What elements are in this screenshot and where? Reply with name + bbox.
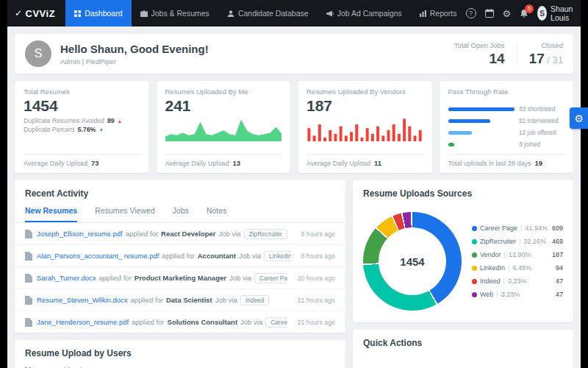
- via-text: Job via: [240, 318, 262, 326]
- user-menu[interactable]: S Shaun Louis ▾: [537, 4, 581, 22]
- closed-jobs-value: 17 / 31: [529, 51, 563, 67]
- source-badge: Career Page: [265, 317, 287, 328]
- pass-through-bars: 33 shortlisted 21 interviewed 12 job off…: [448, 101, 565, 152]
- resume-file-link[interactable]: Resume_Steven_Wilkin.docx: [37, 296, 128, 304]
- uploads-area-sparkline: [165, 116, 282, 141]
- tab-new-resumes[interactable]: New Resumes: [25, 206, 77, 222]
- bar-label: 3 joined: [519, 141, 564, 148]
- nav-label: Job Ad Campaigns: [337, 9, 402, 18]
- panel-title: Recent Activity: [15, 188, 345, 206]
- welcome-avatar: S: [25, 40, 51, 67]
- source-badge: Indeed: [240, 295, 269, 305]
- pass-through-rate-card: Pass Through Rate 33 shortlisted 21 inte…: [440, 81, 574, 173]
- nav-label: Candidate Database: [238, 9, 309, 18]
- nav-label: Jobs & Resumes: [151, 9, 209, 18]
- tab-resumes-viewed[interactable]: Resumes Viewed: [95, 206, 155, 222]
- nav-item-candidate-database[interactable]: Candidate Database: [218, 0, 318, 26]
- resume-uploads-sources-panel: Resume Uploads Sources 1454 Career Page: [353, 180, 573, 322]
- gear-icon: ⚙: [503, 8, 512, 19]
- navbar-right: ? ⚙ 5 S Shaun Louis ▾: [466, 0, 581, 26]
- activity-time: 8 hours ago: [295, 230, 335, 238]
- activity-text: Joseph_Ellison_resume.pdf applied for Re…: [37, 229, 291, 239]
- panel-title: Quick Actions: [353, 338, 573, 355]
- activity-time: 8 hours ago: [295, 252, 335, 260]
- open-jobs-value: 14: [454, 51, 505, 67]
- resume-file-link[interactable]: Joseph_Ellison_resume.pdf: [37, 230, 123, 238]
- nav-label: Reports: [430, 9, 457, 18]
- top-navbar: ✓ CVViZ Dashboard Jobs & Resumes Candida…: [7, 0, 581, 26]
- closed-total: / 31: [545, 54, 563, 66]
- welcome-card: S Hello Shaun, Good Evening! Admin | Pie…: [15, 34, 573, 74]
- legend-name: Indeed: [480, 277, 501, 285]
- job-name: Data Scientist: [166, 296, 212, 304]
- divider: [517, 43, 517, 65]
- resume-file-link[interactable]: Sarah_Turner.docx: [37, 274, 96, 282]
- panel-title: Resume Uploads Sources: [353, 188, 573, 206]
- nav-item-dashboard[interactable]: Dashboard: [65, 0, 131, 26]
- tab-notes[interactable]: Notes: [207, 206, 226, 222]
- footer-value: 73: [91, 159, 99, 167]
- dashboard-grid-icon: [74, 10, 81, 17]
- legend-percent: 12.90%: [509, 251, 531, 258]
- source-badge: ZipRecruiter: [244, 229, 287, 239]
- legend-separator: |: [508, 264, 509, 272]
- nav-label: Dashboard: [85, 9, 122, 18]
- closed-jobs-label: Closed: [529, 41, 563, 49]
- card-footer: Total uploads in last 28 days 19: [448, 154, 565, 167]
- job-name: Product Marketing Manager: [135, 274, 226, 282]
- welcome-text: Hello Shaun, Good Evening! Admin | PiedP…: [60, 43, 209, 66]
- footer-label: Average Daily Upload: [306, 160, 370, 167]
- donut-hole: 1454: [379, 227, 446, 295]
- total-resumes-value: 1454: [24, 97, 140, 115]
- row-value: 89: [107, 117, 115, 124]
- help-button[interactable]: ?: [466, 8, 476, 18]
- greeting-text: Hello Shaun, Good Evening!: [60, 43, 209, 55]
- activity-row: Jane_Henderson_resume.pdf applied for So…: [15, 311, 345, 333]
- legend-percent: 3.23%: [508, 277, 527, 285]
- applied-text: applied for: [126, 230, 158, 238]
- bar: [448, 131, 473, 135]
- activity-row: Sarah_Turner.docx applied for Product Ma…: [15, 267, 345, 289]
- legend-dot: [472, 279, 477, 284]
- settings-button[interactable]: ⚙: [503, 8, 512, 19]
- notifications-button[interactable]: 5: [520, 9, 528, 18]
- nav-item-job-ad-campaigns[interactable]: Job Ad Campaigns: [318, 0, 411, 26]
- footer-value: 13: [232, 159, 240, 167]
- legend-value: 47: [556, 291, 563, 298]
- legend-row-career-page: Career Page | 41.94% 609: [472, 224, 563, 232]
- footer-label: Average Daily Upload: [165, 160, 229, 167]
- via-text: Job via: [215, 296, 237, 304]
- card-title: Total Resumes: [24, 88, 140, 96]
- resume-upload-by-users-panel: Resume Upload by Users Users Vendors: [15, 340, 345, 368]
- uploads-donut-wrap: 1454: [363, 212, 462, 311]
- nav-item-jobs-resumes[interactable]: Jobs & Resumes: [132, 0, 218, 26]
- ptr-row-shortlisted: 33 shortlisted: [448, 105, 565, 113]
- activity-text: Alan_Parsons_accountant_ resume.pdf appl…: [37, 251, 291, 261]
- bar-chart-icon: [420, 10, 426, 17]
- calendar-button[interactable]: [485, 9, 494, 18]
- calendar-icon: [485, 9, 494, 18]
- bar-track: [448, 143, 515, 146]
- document-icon: [25, 230, 32, 238]
- document-icon: [25, 252, 32, 261]
- card-title: Resumes Uploaded By Me: [165, 88, 282, 96]
- nav-item-reports[interactable]: Reports: [411, 0, 466, 26]
- briefcase-icon: [140, 10, 148, 17]
- jobs-summary: Total Open Jobs 14 Closed 17 / 31: [454, 41, 563, 67]
- tab-jobs[interactable]: Jobs: [173, 206, 189, 222]
- legend-value: 187: [552, 251, 563, 258]
- legend-percent: 41.94%: [525, 224, 548, 232]
- app-window: ✓ CVViZ Dashboard Jobs & Resumes Candida…: [7, 0, 581, 368]
- card-footer: Average Daily Upload 13: [165, 154, 282, 167]
- vendor-bars-sparkline: [306, 116, 423, 141]
- settings-flyout-button[interactable]: ⚙: [570, 107, 588, 129]
- activity-time: 20 hours ago: [292, 275, 335, 282]
- legend-dot: [472, 266, 477, 271]
- applied-text: applied for: [162, 252, 194, 260]
- resume-file-link[interactable]: Alan_Parsons_accountant_ resume.pdf: [37, 252, 159, 260]
- resume-file-link[interactable]: Jane_Henderson_resume.pdf: [37, 318, 129, 326]
- total-resumes-card: Total Resumes 1454 Duplicate Resumes Avo…: [15, 81, 149, 173]
- document-icon: [25, 274, 32, 283]
- document-icon: [25, 318, 32, 327]
- cvviz-logo[interactable]: ✓ CVViZ: [15, 0, 55, 26]
